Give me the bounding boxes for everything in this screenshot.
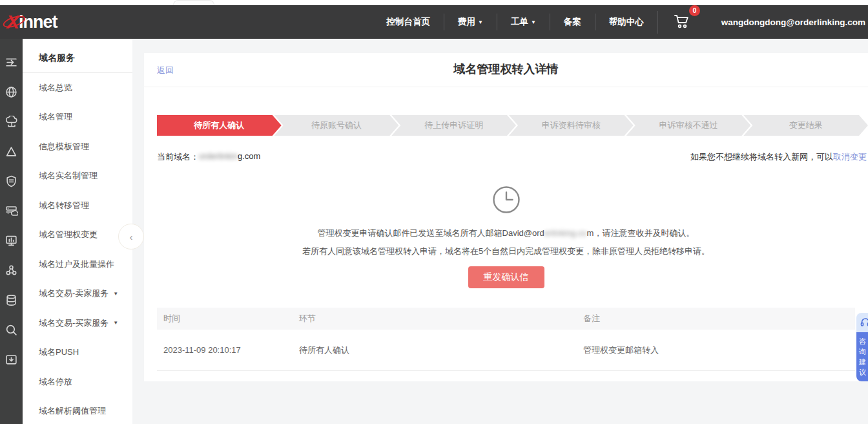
nav-label: 帮助中心 xyxy=(609,16,644,28)
step-appeal-pending-review: 申诉资料待审核 xyxy=(509,115,634,136)
step-original-account-confirm: 待原账号确认 xyxy=(274,115,399,136)
logo-text: innet xyxy=(19,12,57,32)
step-upload-appeal-proof: 待上传申诉证明 xyxy=(391,115,516,136)
current-domain-suffix: g.com xyxy=(238,151,260,163)
divider xyxy=(144,87,868,87)
browser-tab-remnant xyxy=(173,0,214,5)
cancel-change-link[interactable]: 取消变更 xyxy=(833,152,867,162)
nav-label: 备案 xyxy=(564,16,581,28)
sidebar-item-trade-buyer[interactable]: 域名交易-买家服务▼ xyxy=(23,308,132,338)
sidebar-item-ownership-batch[interactable]: 域名过户及批量操作 xyxy=(23,249,132,279)
sidebar-item-domain-management[interactable]: 域名管理 xyxy=(23,103,132,132)
monitor-chart-icon[interactable] xyxy=(5,235,17,247)
sidebar-menu: 域名总览 域名管理 信息模板管理 域名实名制管理 域名转移管理 域名管理权变更 … xyxy=(23,73,132,424)
account-email[interactable]: wangdongdong@orderlinking.com xyxy=(721,17,865,27)
step-appeal-rejected: 申诉审核不通过 xyxy=(626,115,751,136)
globe-icon[interactable] xyxy=(5,86,17,98)
cancel-hint-text: 如果您不想继续将域名转入新网，可以 xyxy=(690,152,833,162)
shopping-cart-button[interactable]: 0 xyxy=(657,11,706,34)
topbar: Xinnet 控制台首页 费用 ▼ 工单 ▼ 备案 帮助中心 0 wangdon… xyxy=(0,5,868,39)
step-change-result: 变更结果 xyxy=(743,115,868,136)
chevron-down-icon: ▼ xyxy=(113,291,118,297)
sidebar-item-domain-overview[interactable]: 域名总览 xyxy=(23,73,132,103)
page-title: 域名管理权转入详情 xyxy=(144,61,868,77)
owner-email-redacted: erlinking.co xyxy=(544,228,587,238)
col-header-stage: 环节 xyxy=(293,313,577,324)
table-row: 2023-11-09 20:10:17 待所有人确认 管理权变更邮箱转入 xyxy=(157,330,855,371)
notice-line-1: 管理权变更申请确认邮件已发送至域名所有人邮箱David@orderlinking… xyxy=(144,228,868,239)
nav-label: 控制台首页 xyxy=(387,16,431,28)
search-q-icon[interactable] xyxy=(5,324,17,336)
top-navigation: 控制台首页 费用 ▼ 工单 ▼ 备案 帮助中心 0 wangdongdong@o… xyxy=(373,5,868,39)
clock-wrap xyxy=(144,185,868,215)
browser-chrome-strip xyxy=(0,0,868,5)
sidebar: 域名服务 域名总览 域名管理 信息模板管理 域名实名制管理 域名转移管理 域名管… xyxy=(23,39,132,424)
headset-icon xyxy=(860,317,868,328)
cell-stage: 待所有人确认 xyxy=(293,344,577,356)
xinnet-logo[interactable]: Xinnet xyxy=(6,11,57,33)
cell-remark: 管理权变更邮箱转入 xyxy=(577,344,855,356)
cell-time: 2023-11-09 20:10:17 xyxy=(157,345,293,355)
triangle-icon[interactable] xyxy=(5,145,17,158)
consult-widget[interactable]: 咨询建议 xyxy=(856,313,868,381)
nav-console-home[interactable]: 控制台首页 xyxy=(373,14,444,30)
inbox-mail-icon[interactable] xyxy=(5,354,17,366)
sidebar-header: 域名服务 xyxy=(23,39,132,73)
cart-count-badge: 0 xyxy=(689,5,700,16)
nav-tickets-menu[interactable]: 工单 ▼ xyxy=(497,14,550,30)
cancel-hint: 如果您不想继续将域名转入新网，可以取消变更 xyxy=(690,151,867,163)
sidebar-item-domain-parking[interactable]: 域名停放 xyxy=(23,367,132,397)
table-header-row: 时间 环节 备注 xyxy=(157,308,855,330)
server-cloud-icon[interactable] xyxy=(5,205,18,217)
col-header-remark: 备注 xyxy=(577,313,855,324)
owner-email-visible: David@ord xyxy=(502,228,544,238)
col-header-time: 时间 xyxy=(157,313,293,324)
detail-card: 返回 域名管理权转入详情 待所有人确认 待原账号确认 待上传申诉证明 申诉资料待… xyxy=(144,53,868,381)
history-table: 时间 环节 备注 2023-11-09 20:10:17 待所有人确认 管理权变… xyxy=(157,308,855,371)
sidebar-collapse-button[interactable]: ‹ xyxy=(118,224,144,249)
database-icon[interactable] xyxy=(5,294,17,306)
sidebar-item-domain-transfer[interactable]: 域名转移管理 xyxy=(23,191,132,220)
step-owner-confirm: 待所有人确认 xyxy=(157,115,282,136)
consult-widget-top[interactable] xyxy=(856,313,868,332)
nav-label: 工单 xyxy=(511,16,528,28)
cloud-network-icon[interactable] xyxy=(5,116,18,128)
sidebar-item-trade-seller[interactable]: 域名交易-卖家服务▼ xyxy=(23,279,132,309)
nav-fees-menu[interactable]: 费用 ▼ xyxy=(444,14,497,30)
collapse-menu-icon[interactable] xyxy=(5,56,17,69)
consult-widget-body[interactable]: 咨询建议 xyxy=(856,332,868,381)
nav-help-center[interactable]: 帮助中心 xyxy=(595,14,657,30)
chevron-left-icon: ‹ xyxy=(130,231,133,242)
chevron-down-icon: ▼ xyxy=(113,320,118,326)
clock-icon xyxy=(491,185,521,215)
progress-steps: 待所有人确认 待原账号确认 待上传申诉证明 申诉资料待审核 申诉审核不通过 变更… xyxy=(157,115,868,136)
nav-label: 费用 xyxy=(458,16,475,28)
resend-confirmation-button[interactable]: 重发确认信 xyxy=(468,266,544,288)
sidebar-item-domain-push[interactable]: 域名PUSH xyxy=(23,338,132,368)
main-content-area: 返回 域名管理权转入详情 待所有人确认 待原账号确认 待上传申诉证明 申诉资料待… xyxy=(132,39,868,424)
sidebar-item-real-name[interactable]: 域名实名制管理 xyxy=(23,162,132,191)
logo-x-glyph: X xyxy=(6,11,19,33)
current-domain-redacted: orderlinkin xyxy=(199,151,238,163)
cart-icon xyxy=(674,14,690,29)
current-domain-label: 当前域名： xyxy=(157,151,199,163)
chevron-down-icon: ▼ xyxy=(531,19,536,25)
consult-widget-label: 咨询建议 xyxy=(859,336,867,377)
shield-icon[interactable] xyxy=(5,175,17,187)
icon-rail xyxy=(0,39,23,424)
molecule-icon[interactable] xyxy=(5,264,17,277)
current-domain-row: 当前域名： orderlinkin g.com 如果您不想继续将域名转入新网，可… xyxy=(157,151,867,163)
notice-line-2: 若所有人同意该域名管理权转入申请，域名将在5个自然日内完成管理权变更，除非原管理… xyxy=(144,246,868,257)
sidebar-item-info-template[interactable]: 信息模板管理 xyxy=(23,132,132,162)
chevron-down-icon: ▼ xyxy=(478,19,483,25)
sidebar-item-dns-threshold[interactable]: 域名解析阈值管理 xyxy=(23,397,132,424)
sidebar-item-mgmt-right-change[interactable]: 域名管理权变更 xyxy=(23,220,132,250)
nav-icp-filing[interactable]: 备案 xyxy=(550,14,595,30)
